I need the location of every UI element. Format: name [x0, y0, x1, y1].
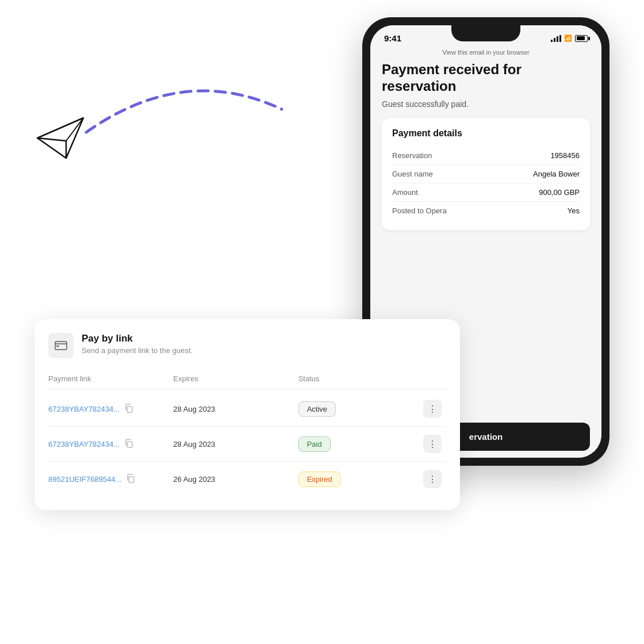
detail-label-guest: Guest name	[392, 170, 433, 178]
link-text-1[interactable]: 67238YBAY782434...	[48, 405, 120, 413]
card-title: Pay by link	[82, 333, 193, 344]
detail-row-guest: Guest name Angela Bower	[392, 165, 580, 183]
table-row: 67238YBAY782434... 28 Aug 2023 Active ⋮	[48, 392, 446, 427]
col-header-expires: Expires	[173, 374, 298, 383]
table-row: 89521UEIF7689544... 26 Aug 2023 Expired …	[48, 462, 446, 496]
expires-3: 26 Aug 2023	[173, 475, 298, 484]
phone-notch	[451, 25, 520, 41]
detail-row-reservation: Reservation 1958456	[392, 147, 580, 165]
dashed-arc-left	[75, 75, 293, 144]
signal-icon	[551, 35, 561, 42]
status-badge-paid: Paid	[298, 436, 331, 452]
status-cell-1: Active	[298, 401, 423, 417]
copy-icon-2[interactable]	[124, 439, 133, 450]
detail-label-reservation: Reservation	[392, 151, 432, 160]
status-time: 9:41	[384, 33, 401, 43]
paper-plane-icon	[34, 115, 86, 161]
credit-card-icon	[55, 341, 67, 350]
col-header-status: Status	[298, 374, 423, 383]
detail-row-amount: Amount 900,00 GBP	[392, 183, 580, 202]
pay-by-link-card: Pay by link Send a payment link to the g…	[34, 319, 460, 510]
action-button-3[interactable]: ⋮	[423, 470, 442, 488]
status-badge-active: Active	[298, 401, 336, 417]
detail-value-opera: Yes	[568, 206, 580, 215]
link-cell-3: 89521UEIF7689544...	[48, 474, 173, 485]
svg-rect-9	[129, 477, 134, 482]
detail-value-reservation: 1958456	[550, 151, 580, 160]
phone-status-bar: 9:41 📶	[370, 25, 601, 45]
action-button-1[interactable]: ⋮	[423, 400, 442, 418]
detail-label-amount: Amount	[392, 188, 418, 197]
expires-2: 28 Aug 2023	[173, 440, 298, 448]
action-button-2[interactable]: ⋮	[423, 435, 442, 453]
table-row: 67238YBAY782434... 28 Aug 2023 Paid ⋮	[48, 427, 446, 462]
email-subtitle: Guest successfully paid.	[382, 99, 590, 109]
status-icons: 📶	[551, 34, 588, 42]
payment-details-title: Payment details	[392, 128, 580, 139]
svg-rect-7	[127, 407, 132, 412]
card-header: Pay by link Send a payment link to the g…	[48, 333, 446, 358]
battery-icon	[575, 35, 588, 42]
wifi-icon: 📶	[564, 34, 572, 42]
link-cell-2: 67238YBAY782434...	[48, 439, 173, 450]
card-header-text: Pay by link Send a payment link to the g…	[82, 333, 193, 355]
detail-label-opera: Posted to Opera	[392, 206, 447, 215]
col-header-action	[423, 374, 446, 383]
payment-details-card: Payment details Reservation 1958456 Gues…	[382, 118, 590, 230]
svg-rect-6	[56, 346, 59, 347]
card-icon	[48, 333, 74, 358]
status-badge-expired: Expired	[298, 471, 341, 487]
table-header: Payment link Expires Status	[48, 370, 446, 389]
col-header-link: Payment link	[48, 374, 173, 383]
copy-icon-3[interactable]	[126, 474, 135, 485]
card-subtitle: Send a payment link to the guest.	[82, 346, 193, 355]
browser-link-text: View this email in your browser	[370, 45, 601, 62]
detail-row-opera: Posted to Opera Yes	[392, 202, 580, 220]
copy-icon-1[interactable]	[124, 404, 133, 415]
link-text-3[interactable]: 89521UEIF7689544...	[48, 475, 121, 484]
detail-value-amount: 900,00 GBP	[539, 188, 580, 197]
svg-rect-8	[127, 442, 132, 447]
expires-1: 28 Aug 2023	[173, 405, 298, 413]
link-cell-1: 67238YBAY782434...	[48, 404, 173, 415]
detail-value-guest: Angela Bower	[533, 170, 580, 178]
email-title: Payment received for reservation	[382, 62, 590, 95]
status-cell-3: Expired	[298, 471, 423, 487]
link-text-2[interactable]: 67238YBAY782434...	[48, 440, 120, 448]
status-cell-2: Paid	[298, 436, 423, 452]
